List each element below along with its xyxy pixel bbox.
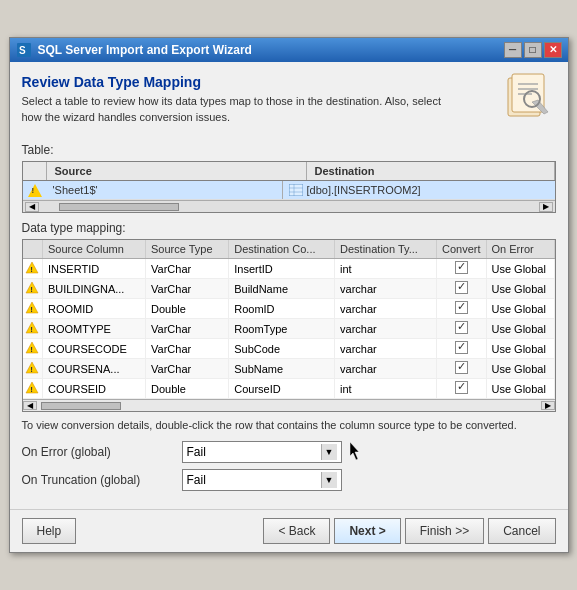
next-button[interactable]: Next > bbox=[334, 518, 400, 544]
svg-text:S: S bbox=[19, 45, 26, 56]
on-error-cell: Use Global bbox=[486, 359, 554, 379]
on-error-cell: Use Global bbox=[486, 379, 554, 399]
icon-col-header bbox=[23, 162, 47, 180]
convert-cell[interactable] bbox=[436, 319, 486, 339]
mapping-hscrollbar[interactable]: ◀ ▶ bbox=[23, 399, 555, 411]
page-description: Select a table to review how its data ty… bbox=[22, 94, 441, 125]
warn-icon: ! bbox=[25, 361, 39, 374]
hscroll-left-btn[interactable]: ◀ bbox=[25, 202, 39, 212]
dest_col-cell: RoomType bbox=[229, 319, 335, 339]
on-truncation-row: On Truncation (global) Fail ▼ bbox=[22, 469, 556, 491]
svg-text:!: ! bbox=[30, 345, 33, 354]
map-hscroll-left[interactable]: ◀ bbox=[23, 401, 37, 410]
dest_type-cell: varchar bbox=[335, 299, 437, 319]
convert-cell[interactable] bbox=[436, 299, 486, 319]
row-icon-cell: ! bbox=[23, 339, 43, 359]
mapping-row[interactable]: !COURSEIDDoubleCourseIDintUse Global bbox=[23, 379, 555, 399]
title-bar-left: S SQL Server Import and Export Wizard bbox=[16, 42, 252, 58]
on-error-dropdown[interactable]: Fail ▼ bbox=[182, 441, 342, 463]
on-truncation-dropdown-arrow: ▼ bbox=[321, 472, 337, 488]
content-area: Review Data Type Mapping Select a table … bbox=[10, 62, 568, 508]
on-truncation-label: On Truncation (global) bbox=[22, 473, 182, 487]
source_col-cell: COURSENA... bbox=[43, 359, 146, 379]
warning-icon bbox=[28, 184, 42, 197]
convert-cell[interactable] bbox=[436, 359, 486, 379]
convert-checkbox[interactable] bbox=[455, 381, 468, 394]
svg-text:!: ! bbox=[30, 325, 33, 334]
on-error-dropdown-arrow: ▼ bbox=[321, 444, 337, 460]
source-value: 'Sheet1$' bbox=[47, 181, 283, 199]
source-dest-table: Source Destination 'Sheet1$' [dbo].[INSE… bbox=[22, 161, 556, 213]
back-button[interactable]: < Back bbox=[263, 518, 330, 544]
help-button[interactable]: Help bbox=[22, 518, 77, 544]
row-icon-cell: ! bbox=[23, 359, 43, 379]
mapping-row[interactable]: !INSERTIDVarCharInsertIDintUse Global bbox=[23, 259, 555, 279]
mapping-row[interactable]: !ROOMTYPEVarCharRoomTypevarcharUse Globa… bbox=[23, 319, 555, 339]
source_col-cell: INSERTID bbox=[43, 259, 146, 279]
table-header: Source Destination bbox=[23, 162, 555, 181]
on-error-label: On Error (global) bbox=[22, 445, 182, 459]
svg-text:!: ! bbox=[30, 365, 33, 374]
source_col-cell: BUILDINGNA... bbox=[43, 279, 146, 299]
cancel-button[interactable]: Cancel bbox=[488, 518, 555, 544]
row-icon-cell: ! bbox=[23, 299, 43, 319]
warn-icon: ! bbox=[25, 321, 39, 334]
row-icon-cell: ! bbox=[23, 319, 43, 339]
warn-icon: ! bbox=[25, 301, 39, 314]
mapping-section-label: Data type mapping: bbox=[22, 221, 556, 235]
source_col-cell: ROOMID bbox=[43, 299, 146, 319]
dest_col-cell: BuildName bbox=[229, 279, 335, 299]
mapping-row[interactable]: !COURSECODEVarCharSubCodevarcharUse Glob… bbox=[23, 339, 555, 359]
convert-cell[interactable] bbox=[436, 279, 486, 299]
dest_type-cell: int bbox=[335, 379, 437, 399]
hscroll-thumb[interactable] bbox=[59, 203, 179, 211]
convert-cell[interactable] bbox=[436, 259, 486, 279]
on-truncation-dropdown[interactable]: Fail ▼ bbox=[182, 469, 342, 491]
table-row[interactable]: 'Sheet1$' [dbo].[INSERTROOM2] bbox=[23, 181, 555, 200]
dest_col-cell: CourseID bbox=[229, 379, 335, 399]
maximize-button[interactable]: □ bbox=[524, 42, 542, 58]
row-warn-icon-cell bbox=[23, 182, 47, 199]
convert-cell[interactable] bbox=[436, 379, 486, 399]
dest_col-cell: SubCode bbox=[229, 339, 335, 359]
dest_col-cell: InsertID bbox=[229, 259, 335, 279]
on-error-cell: Use Global bbox=[486, 279, 554, 299]
svg-text:!: ! bbox=[30, 285, 33, 294]
cursor-pointer bbox=[350, 442, 370, 462]
convert-checkbox[interactable] bbox=[455, 321, 468, 334]
dest_col-cell: RoomID bbox=[229, 299, 335, 319]
map-hscroll-right[interactable]: ▶ bbox=[541, 401, 555, 410]
minimize-button[interactable]: ─ bbox=[504, 42, 522, 58]
convert-checkbox[interactable] bbox=[455, 361, 468, 374]
table-hscrollbar[interactable]: ◀ ▶ bbox=[23, 200, 555, 212]
main-window: S SQL Server Import and Export Wizard ─ … bbox=[9, 37, 569, 552]
table-section-label: Table: bbox=[22, 143, 556, 157]
row-icon-cell: ! bbox=[23, 379, 43, 399]
window-title: SQL Server Import and Export Wizard bbox=[38, 43, 252, 57]
close-button[interactable]: ✕ bbox=[544, 42, 562, 58]
mapping-row[interactable]: !COURSENA...VarCharSubNamevarcharUse Glo… bbox=[23, 359, 555, 379]
finish-button[interactable]: Finish >> bbox=[405, 518, 484, 544]
svg-text:!: ! bbox=[30, 385, 33, 394]
source_col-cell: COURSEID bbox=[43, 379, 146, 399]
convert-checkbox[interactable] bbox=[455, 281, 468, 294]
row-icon-cell: ! bbox=[23, 259, 43, 279]
source_col-cell: COURSECODE bbox=[43, 339, 146, 359]
mapping-row[interactable]: !ROOMIDDoubleRoomIDvarcharUse Global bbox=[23, 299, 555, 319]
convert-cell[interactable] bbox=[436, 339, 486, 359]
on-error-cell: Use Global bbox=[486, 319, 554, 339]
dest_type-cell: varchar bbox=[335, 279, 437, 299]
on-error-cell: Use Global bbox=[486, 339, 554, 359]
convert-checkbox[interactable] bbox=[455, 301, 468, 314]
hscroll-right-btn[interactable]: ▶ bbox=[539, 202, 553, 212]
mapping-row[interactable]: !BUILDINGNA...VarCharBuildNamevarcharUse… bbox=[23, 279, 555, 299]
dest-value: [dbo].[INSERTROOM2] bbox=[283, 181, 555, 199]
title-controls: ─ □ ✕ bbox=[504, 42, 562, 58]
convert-header: Convert bbox=[436, 240, 486, 259]
on-error-row: On Error (global) Fail ▼ bbox=[22, 441, 556, 463]
app-icon: S bbox=[16, 42, 32, 58]
svg-rect-8 bbox=[289, 184, 303, 196]
convert-checkbox[interactable] bbox=[455, 261, 468, 274]
map-hscroll-thumb[interactable] bbox=[41, 402, 121, 410]
convert-checkbox[interactable] bbox=[455, 341, 468, 354]
